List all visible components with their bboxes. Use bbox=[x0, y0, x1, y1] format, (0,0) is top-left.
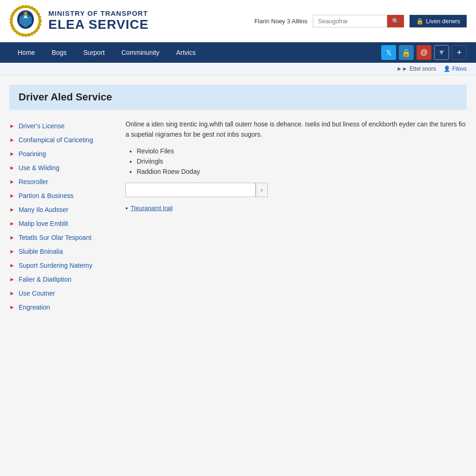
sidebar-arrow-1: ► bbox=[9, 137, 15, 143]
nav-community[interactable]: Comminunity bbox=[113, 42, 168, 63]
add-button[interactable]: + bbox=[452, 45, 467, 60]
sidebar-arrow-9: ► bbox=[9, 248, 15, 255]
navbar-links: Home Bogs Surport Comminunity Artvics bbox=[9, 42, 204, 63]
sidebar-arrow-13: ► bbox=[9, 304, 15, 311]
navbar-icons: 𝕏 🔒 @ ▼ + bbox=[381, 45, 467, 60]
content-input-row: › bbox=[126, 183, 467, 197]
service-name: ELEA SERVICE bbox=[48, 18, 149, 32]
breadcrumb-item1: ►► Ettel snors bbox=[397, 66, 436, 72]
content-arrow-button[interactable]: › bbox=[256, 183, 268, 197]
ministry-line: MINISTRY OF TRANSPORT bbox=[48, 10, 149, 18]
list-item-0: Reviolo Files bbox=[137, 147, 467, 155]
sidebar-arrow-7: ► bbox=[9, 220, 15, 227]
sidebar-item-8[interactable]: ► Tetatls Sur Olar Tespoant bbox=[9, 231, 112, 245]
bullet-icon: • bbox=[126, 205, 128, 212]
sidebar-label-3: Use & Wiiding bbox=[19, 164, 60, 172]
header-left: MINISTRY OF TRANSPORT ELEA SERVICE bbox=[9, 5, 149, 37]
sidebar-item-12[interactable]: ► Use Coutner bbox=[9, 286, 112, 300]
nav-surport[interactable]: Surport bbox=[75, 42, 113, 63]
search-bar: 🔍 bbox=[313, 15, 404, 27]
user-name: Flarin Noey 3 Alllins bbox=[254, 18, 307, 25]
nav-artvics[interactable]: Artvics bbox=[168, 42, 204, 63]
sidebar-item-5[interactable]: ► Partion & Business bbox=[9, 189, 112, 203]
list-item-2: Raddion Roew Doday bbox=[137, 168, 467, 175]
sidebar-item-13[interactable]: ► Engreation bbox=[9, 300, 112, 314]
main-container: Driver Aled Service ► Driver's License ►… bbox=[0, 75, 476, 324]
breadcrumb-bar: ►► Ettel snors 👤 Filovs bbox=[0, 63, 476, 75]
sidebar-arrow-8: ► bbox=[9, 234, 15, 241]
sidebar-label-13: Engreation bbox=[19, 304, 50, 311]
sidebar-label-4: Resoroller bbox=[19, 178, 48, 185]
sidebar-label-0: Driver's License bbox=[19, 122, 65, 130]
sidebar-item-6[interactable]: ► Many Ilo Audsser bbox=[9, 203, 112, 217]
breadcrumb-arrow: ►► bbox=[397, 66, 408, 72]
sidebar-label-10: Suport Surdering Naterny bbox=[19, 262, 93, 269]
sidebar-label-5: Partion & Business bbox=[19, 192, 73, 199]
page-title-bar: Driver Aled Service bbox=[9, 85, 467, 110]
list-item-1: Driviingls bbox=[137, 158, 467, 165]
link-item-row: • Tleuranamt Irail bbox=[126, 205, 467, 212]
sidebar-item-11[interactable]: ► Falier & Diatliption bbox=[9, 272, 112, 286]
content-paragraph: Online a iden sing trentic ing.whth tall… bbox=[126, 119, 467, 140]
logo-emblem bbox=[9, 5, 42, 37]
sidebar-label-1: Confampical of Cariceting bbox=[19, 136, 93, 144]
sidebar-arrow-0: ► bbox=[9, 123, 15, 129]
sidebar-item-10[interactable]: ► Suport Surdering Naterny bbox=[9, 258, 112, 272]
sidebar-arrow-10: ► bbox=[9, 262, 15, 269]
nav-home[interactable]: Home bbox=[9, 42, 43, 63]
sidebar-label-11: Falier & Diatliption bbox=[19, 276, 72, 283]
at-icon-button[interactable]: @ bbox=[416, 45, 431, 60]
content-input[interactable] bbox=[126, 183, 256, 197]
breadcrumb-item2: 👤 Filovs bbox=[443, 66, 467, 72]
lock-icon: 🔒 bbox=[416, 18, 423, 25]
breadcrumb-label2[interactable]: Filovs bbox=[452, 66, 467, 72]
twitter-icon-button[interactable]: 𝕏 bbox=[381, 45, 396, 60]
login-button[interactable]: 🔒 Liven derwrs bbox=[410, 15, 467, 27]
content-list: Reviolo Files Driviingls Raddion Roew Do… bbox=[137, 147, 467, 175]
search-input[interactable] bbox=[313, 15, 387, 27]
sidebar-item-0[interactable]: ► Driver's License bbox=[9, 119, 112, 133]
header-right: Flarin Noey 3 Alllins 🔍 🔒 Liven derwrs bbox=[254, 15, 467, 27]
sidebar-item-4[interactable]: ► Resoroller bbox=[9, 175, 112, 189]
sidebar-arrow-4: ► bbox=[9, 178, 15, 185]
navbar: Home Bogs Surport Comminunity Artvics 𝕏 … bbox=[0, 42, 476, 63]
sidebar: ► Driver's License ► Confampical of Cari… bbox=[9, 119, 112, 314]
sidebar-arrow-11: ► bbox=[9, 276, 15, 283]
sidebar-label-8: Tetatls Sur Olar Tespoant bbox=[19, 234, 92, 241]
sidebar-item-3[interactable]: ► Use & Wiiding bbox=[9, 161, 112, 175]
page-title: Driver Aled Service bbox=[19, 91, 457, 103]
sidebar-arrow-5: ► bbox=[9, 192, 15, 199]
person-icon: 👤 bbox=[443, 66, 450, 72]
sidebar-arrow-3: ► bbox=[9, 165, 15, 171]
sidebar-arrow-12: ► bbox=[9, 290, 15, 297]
breadcrumb-label1[interactable]: Ettel snors bbox=[410, 66, 436, 72]
content-layout: ► Driver's License ► Confampical of Cari… bbox=[9, 119, 467, 314]
dropdown-button[interactable]: ▼ bbox=[434, 45, 449, 60]
sidebar-item-7[interactable]: ► Matip love Emblit bbox=[9, 217, 112, 231]
sidebar-item-2[interactable]: ► Poarining bbox=[9, 147, 112, 161]
sidebar-label-9: Sluible Bninalia bbox=[19, 248, 63, 255]
content-link[interactable]: Tleuranamt Irail bbox=[131, 205, 172, 212]
sidebar-item-1[interactable]: ► Confampical of Cariceting bbox=[9, 133, 112, 147]
header: MINISTRY OF TRANSPORT ELEA SERVICE Flari… bbox=[0, 0, 476, 42]
sidebar-label-12: Use Coutner bbox=[19, 290, 55, 297]
lock-icon-button[interactable]: 🔒 bbox=[399, 45, 414, 60]
header-title: MINISTRY OF TRANSPORT ELEA SERVICE bbox=[48, 10, 149, 32]
sidebar-arrow-6: ► bbox=[9, 206, 15, 213]
sidebar-arrow-2: ► bbox=[9, 151, 15, 157]
main-content: Online a iden sing trentic ing.whth tall… bbox=[126, 119, 467, 314]
login-label: Liven derwrs bbox=[426, 18, 460, 25]
sidebar-label-2: Poarining bbox=[19, 150, 46, 158]
nav-bogs[interactable]: Bogs bbox=[43, 42, 75, 63]
sidebar-item-9[interactable]: ► Sluible Bninalia bbox=[9, 245, 112, 258]
sidebar-label-7: Matip love Emblit bbox=[19, 220, 68, 227]
search-button[interactable]: 🔍 bbox=[387, 15, 404, 27]
sidebar-label-6: Many Ilo Audsser bbox=[19, 206, 68, 213]
